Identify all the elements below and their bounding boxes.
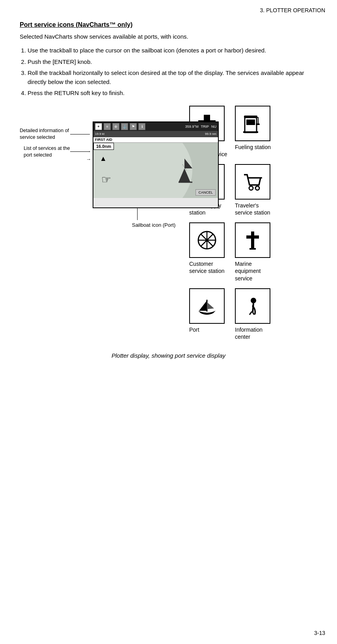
customer-service-label: Customer service station bbox=[189, 260, 229, 274]
port-label: Port bbox=[189, 326, 199, 333]
marine-equipment-icon bbox=[241, 228, 264, 252]
svg-rect-10 bbox=[243, 131, 258, 133]
customer-service-icon-box bbox=[189, 222, 225, 258]
page-chapter: 3. PLOTTER OPERATION bbox=[0, 0, 337, 13]
information-center-icon bbox=[241, 294, 264, 318]
travelers-service-label: Traveler's service station bbox=[235, 202, 274, 216]
svg-point-20 bbox=[255, 186, 259, 190]
plotter-main-area: 16.0nm ▲ ☞ bbox=[93, 143, 218, 198]
instruction-4: Press the RETURN soft key to finish. bbox=[28, 89, 317, 98]
plotter-coords: 359.9°M TRIP NU bbox=[185, 125, 216, 129]
icon-item-information-center: Information center bbox=[235, 288, 274, 340]
sailboat-label: Sailboat icon (Port) bbox=[114, 222, 193, 228]
plotter-icon-info: ℹ bbox=[138, 123, 145, 130]
annotation-line-1 bbox=[70, 134, 90, 134]
plotter-cancel-button[interactable]: CANCEL bbox=[195, 189, 216, 196]
information-center-icon-box bbox=[235, 288, 270, 324]
annotation-list-services: List of services at the port selected bbox=[24, 145, 71, 159]
svg-rect-11 bbox=[244, 116, 257, 118]
plotter-diagram: Detailed information of service selected… bbox=[20, 106, 177, 248]
plotter-hand-cursor: ☞ bbox=[101, 173, 111, 186]
page-number: 3-13 bbox=[314, 630, 325, 636]
icon-item-travelers-service: Traveler's service station bbox=[235, 164, 274, 216]
plotter-icon-circle: ⊕ bbox=[112, 123, 119, 130]
instruction-3: Roll the trackball horizontally to selec… bbox=[28, 69, 317, 86]
svg-line-34 bbox=[249, 312, 252, 315]
svg-point-32 bbox=[251, 298, 256, 303]
marine-equipment-icon-box bbox=[235, 222, 270, 258]
instruction-1: Use the trackball to place the cursor on… bbox=[28, 46, 317, 55]
plotter-screen: + ≡ ⊕ ⚓ ⚑ ℹ 359.9°M TRIP NU 19.9 k bbox=[93, 121, 219, 208]
plotter-boat-icon: ▲ bbox=[100, 155, 107, 163]
diagram-caption: Plotter display, showing port service di… bbox=[20, 352, 317, 359]
travelers-service-icon-box bbox=[235, 164, 270, 200]
svg-rect-7 bbox=[246, 119, 255, 125]
plotter-topbar: + ≡ ⊕ ⚓ ⚑ ℹ 359.9°M TRIP NU bbox=[93, 122, 218, 131]
svg-point-19 bbox=[249, 186, 253, 190]
plotter-first-aid-bar: FIRST AID bbox=[93, 137, 218, 143]
customer-service-icon bbox=[195, 228, 219, 252]
sailboat-arrow-line bbox=[137, 208, 138, 220]
instruction-2: Push the [ENTER] knob. bbox=[28, 58, 317, 67]
svg-rect-30 bbox=[249, 248, 256, 250]
svg-line-35 bbox=[253, 312, 254, 315]
icon-item-fueling-station: Fueling station bbox=[235, 106, 274, 158]
plotter-status-bar: 19.9 kt 99.9 nm bbox=[93, 131, 218, 137]
plotter-icon-grid: ≡ bbox=[104, 123, 111, 130]
instructions-list: Use the trackball to place the cursor on… bbox=[28, 46, 317, 98]
arrow-indicator-2: → bbox=[86, 156, 91, 162]
plotter-icon-anchor: ⚓ bbox=[121, 123, 128, 130]
fueling-station-icon bbox=[241, 112, 264, 135]
plotter-icons-row: + ≡ ⊕ ⚓ ⚑ ℹ bbox=[95, 123, 145, 130]
information-center-label: Information center bbox=[235, 326, 274, 340]
icon-item-customer-service: Customer service station bbox=[189, 222, 229, 282]
arrow-indicator-1: → bbox=[86, 148, 91, 154]
icon-item-marine-equipment: Marine equipment service bbox=[235, 222, 274, 282]
icon-item-port: Port bbox=[189, 288, 229, 340]
diagram-section: Detailed information of service selected… bbox=[20, 106, 317, 341]
annotation-detailed-info: Detailed information of service selected bbox=[20, 127, 71, 141]
plotter-icon-flag: ⚑ bbox=[130, 123, 137, 130]
marine-equipment-label: Marine equipment service bbox=[235, 260, 274, 282]
travelers-service-icon bbox=[241, 170, 264, 194]
fueling-station-icon-box bbox=[235, 106, 270, 141]
plotter-distance-box: 16.0nm bbox=[93, 143, 114, 150]
fueling-station-label: Fueling station bbox=[235, 144, 271, 151]
svg-rect-29 bbox=[246, 235, 259, 239]
port-icon-box bbox=[189, 288, 225, 324]
plotter-icon-cross: + bbox=[95, 123, 102, 130]
port-icon bbox=[195, 294, 219, 318]
svg-rect-9 bbox=[256, 123, 260, 125]
svg-marker-0 bbox=[179, 168, 190, 182]
intro-text: Selected NavCharts show services availab… bbox=[20, 33, 317, 40]
section-title: Port service icons (NavCharts™ only) bbox=[20, 21, 317, 28]
svg-rect-28 bbox=[251, 231, 254, 249]
